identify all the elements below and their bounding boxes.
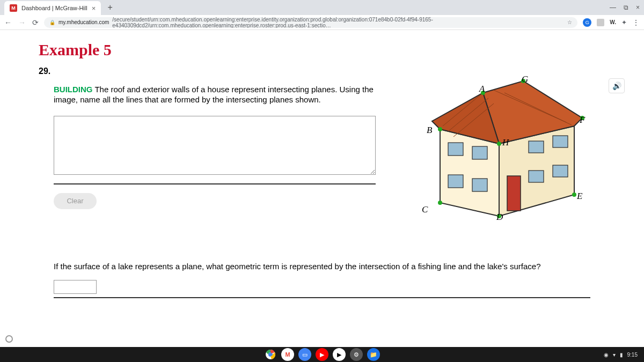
youtube-app-icon[interactable]: ▶ xyxy=(316,348,328,361)
tab-favicon: M xyxy=(10,4,17,12)
system-tray[interactable]: ◉ ▾ ▮ 9:15 xyxy=(604,352,638,358)
question-text: BUILDING The roof and exterior walls of … xyxy=(54,85,386,105)
url-domain: my.mheducation.com xyxy=(58,19,109,25)
browser-tab[interactable]: M Dashboard | McGraw-Hill × xyxy=(4,1,101,15)
docs-app-icon[interactable]: ▭ xyxy=(298,348,311,361)
taskbar: M ▭ ▶ ▶ ⚙ 📁 ◉ ▾ ▮ 9:15 xyxy=(0,347,644,362)
launcher-icon[interactable] xyxy=(5,335,13,343)
svg-point-25 xyxy=(438,201,442,205)
url-path: /secure/student/urn:com.mheducation.open… xyxy=(112,17,564,28)
menu-dots-icon[interactable]: ⋮ xyxy=(632,18,640,27)
label-f: F xyxy=(580,115,585,125)
grammarly-icon[interactable]: G xyxy=(583,18,591,27)
label-c: C xyxy=(422,204,428,215)
svg-rect-15 xyxy=(553,136,568,147)
settings-app-icon[interactable]: ⚙ xyxy=(350,348,363,361)
label-b: B xyxy=(427,125,432,136)
battery-icon[interactable]: ▮ xyxy=(620,352,623,358)
restore-icon[interactable]: ⧉ xyxy=(624,4,628,11)
play-app-icon[interactable]: ▶ xyxy=(333,348,346,361)
clear-button[interactable]: Clear xyxy=(54,193,97,209)
divider xyxy=(54,183,376,184)
house-illustration: A G B H F E D C xyxy=(424,74,585,224)
page-title: Example 5 xyxy=(39,41,605,59)
gmail-app-icon[interactable]: M xyxy=(281,348,294,361)
svg-rect-10 xyxy=(448,143,463,156)
answer-textarea[interactable] xyxy=(54,116,376,175)
tab-close-icon[interactable]: × xyxy=(92,4,96,12)
label-a: A xyxy=(479,84,485,94)
svg-rect-13 xyxy=(472,179,487,191)
lock-icon: 🔒 xyxy=(49,20,55,25)
svg-rect-9 xyxy=(507,176,521,211)
question-tag: BUILDING xyxy=(54,85,93,94)
tab-title: Dashboard | McGraw-Hill xyxy=(21,5,87,11)
svg-point-20 xyxy=(438,127,442,131)
label-d: D xyxy=(496,212,503,223)
svg-rect-16 xyxy=(529,171,544,182)
address-bar[interactable]: 🔒 my.mheducation.com/secure/student/urn:… xyxy=(44,17,577,28)
files-app-icon[interactable]: 📁 xyxy=(367,348,380,361)
svg-rect-12 xyxy=(448,175,463,188)
new-tab-button[interactable]: + xyxy=(104,2,116,13)
clock: 9:15 xyxy=(627,352,638,358)
question-2-text: If the surface of a lake represents a pl… xyxy=(54,262,590,272)
notification-icon[interactable]: ◉ xyxy=(604,352,609,358)
browser-tab-strip: M Dashboard | McGraw-Hill × + — ⧉ × xyxy=(0,0,644,15)
back-icon[interactable]: ← xyxy=(4,18,12,27)
page-content: 🔊 Example 5 29. BUILDING The roof and ex… xyxy=(0,30,644,347)
close-window-icon[interactable]: × xyxy=(636,4,640,11)
answer-input-2[interactable] xyxy=(54,280,97,294)
forward-icon[interactable]: → xyxy=(18,18,26,27)
label-h: H xyxy=(502,137,509,148)
extension-w-icon[interactable]: W. xyxy=(610,19,616,25)
svg-point-23 xyxy=(572,193,576,197)
browser-toolbar: ← → ⟳ 🔒 my.mheducation.com/secure/studen… xyxy=(0,15,644,30)
minimize-icon[interactable]: — xyxy=(610,4,616,11)
audio-button[interactable]: 🔊 xyxy=(609,78,625,93)
chrome-app-icon[interactable] xyxy=(264,348,277,361)
reload-icon[interactable]: ⟳ xyxy=(32,18,39,27)
svg-point-21 xyxy=(497,142,501,146)
svg-marker-0 xyxy=(440,129,499,216)
wifi-icon[interactable]: ▾ xyxy=(613,352,616,358)
label-e: E xyxy=(577,191,582,202)
extensions-puzzle-icon[interactable]: ✦ xyxy=(621,19,627,26)
window-controls: — ⧉ × xyxy=(610,4,640,11)
divider-2 xyxy=(54,297,590,298)
svg-rect-11 xyxy=(472,146,487,159)
svg-rect-14 xyxy=(529,141,544,153)
svg-rect-17 xyxy=(553,165,568,177)
label-g: G xyxy=(522,74,528,85)
extension-icon[interactable] xyxy=(597,19,604,26)
bookmark-star-icon[interactable]: ☆ xyxy=(567,19,572,25)
